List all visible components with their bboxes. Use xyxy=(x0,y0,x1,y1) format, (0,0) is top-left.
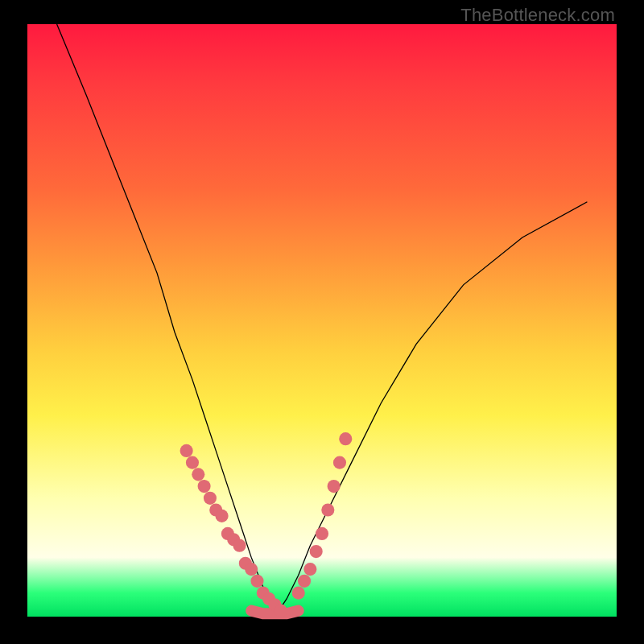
left-dots xyxy=(216,510,229,522)
left-dots xyxy=(245,563,258,576)
left-dots xyxy=(180,444,193,457)
left-dots xyxy=(275,605,287,617)
right-dots xyxy=(321,503,334,516)
right-dots xyxy=(292,586,305,599)
chart-overlay xyxy=(27,24,617,617)
right-dots xyxy=(339,432,352,445)
right-dots xyxy=(316,527,328,540)
right-dots xyxy=(303,563,316,576)
right-dots xyxy=(333,456,346,469)
right-dots xyxy=(298,575,311,588)
chart-frame: TheBottleneck.com xyxy=(0,0,644,644)
watermark-text: TheBottleneck.com xyxy=(460,5,615,26)
left-dots xyxy=(192,468,204,481)
right-dots xyxy=(328,480,341,493)
left-dots xyxy=(250,575,263,588)
curve-left-curve xyxy=(57,24,275,617)
left-dots xyxy=(233,539,246,552)
left-dots xyxy=(204,492,217,505)
right-dots xyxy=(310,545,323,558)
marker-group xyxy=(180,432,353,617)
left-dots xyxy=(198,480,211,493)
left-dots xyxy=(186,456,199,469)
